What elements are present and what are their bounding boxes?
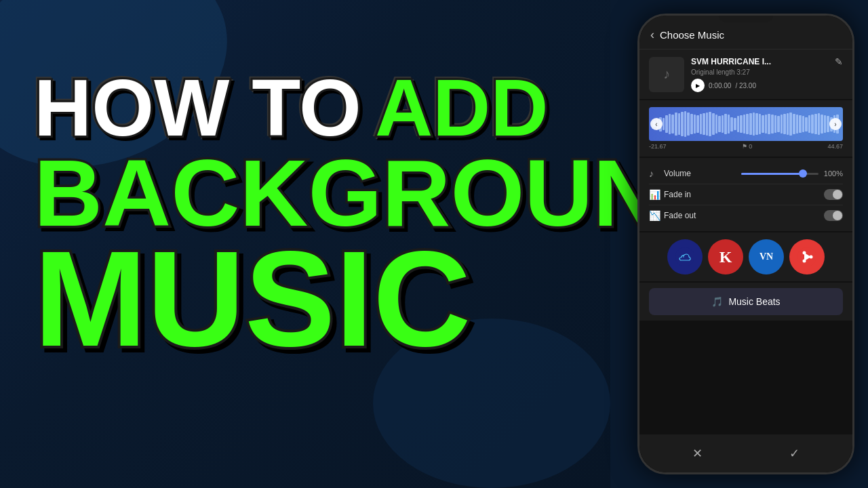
back-arrow-icon[interactable]: ‹ — [650, 28, 654, 42]
volume-value: 100% — [818, 169, 843, 178]
volume-slider-thumb[interactable] — [799, 169, 807, 178]
fade-out-toggle-knob — [833, 211, 842, 220]
title-area: HOW TO ADD BACKGROUND MUSIC — [34, 68, 590, 360]
fade-in-row: 📊 Fade in — [649, 184, 843, 205]
music-beats-icon: 🎵 — [711, 296, 723, 307]
volume-row: ♪ Volume 100% — [649, 163, 843, 184]
svg-point-2 — [803, 251, 806, 255]
track-info: SVM HURRICANE I... ✎ Original length 3:2… — [691, 56, 843, 92]
confirm-button[interactable]: ✓ — [783, 441, 807, 466]
waveform-timestamps: -21.67 ⚑ 0 44.67 — [649, 143, 843, 150]
svg-point-4 — [810, 256, 813, 259]
waveform-time-start: -21.67 — [649, 143, 667, 150]
phone-mockup: ‹ Choose Music ♪ SVM HURRICANE I... ✎ Or… — [637, 14, 854, 474]
title-add: ADD — [375, 68, 549, 148]
fade-in-toggle[interactable] — [824, 189, 843, 200]
phone-screen: ‹ Choose Music ♪ SVM HURRICANE I... ✎ Or… — [639, 16, 852, 472]
controls-section: ♪ Volume 100% 📊 Fade in — [639, 158, 852, 231]
volume-slider-track[interactable] — [741, 173, 818, 175]
title-how-to: HOW TO — [34, 68, 361, 148]
svg-point-0 — [675, 247, 694, 266]
play-button[interactable]: ▶ — [691, 79, 705, 92]
waveform-container[interactable]: ‹ › — [649, 107, 843, 141]
volume-label: Volume — [664, 169, 741, 178]
phone-notch — [719, 16, 773, 22]
waveform-section: ‹ › -21.67 ⚑ 0 44.67 — [639, 100, 852, 157]
app-icon-soundcloud[interactable] — [667, 239, 703, 274]
fade-out-label: Fade out — [664, 211, 824, 220]
edit-icon[interactable]: ✎ — [835, 56, 843, 67]
fade-out-toggle[interactable] — [824, 210, 843, 221]
volume-slider-container — [741, 173, 818, 175]
phone-frame: ‹ Choose Music ♪ SVM HURRICANE I... ✎ Or… — [637, 14, 854, 474]
track-original-length: Original length 3:27 — [691, 68, 843, 76]
waveform-nav-left[interactable]: ‹ — [650, 118, 663, 130]
track-time-current: 0:00.00 — [709, 82, 731, 89]
track-time-total: / 23.00 — [735, 82, 756, 89]
music-beats-button[interactable]: 🎵 Music Beats — [649, 288, 843, 315]
title-music: MUSIC — [34, 238, 590, 360]
music-beats-label: Music Beats — [728, 296, 780, 307]
volume-slider-fill — [741, 173, 803, 175]
waveform-bars — [649, 107, 843, 141]
waveform-nav-right[interactable]: › — [829, 118, 842, 130]
app-icon-vn[interactable]: VN — [749, 239, 784, 274]
cancel-button[interactable]: ✕ — [686, 441, 710, 466]
bottom-actions: ✕ ✓ — [639, 434, 852, 472]
svg-point-3 — [803, 260, 806, 263]
track-thumbnail: ♪ — [649, 57, 684, 92]
fade-in-icon: 📊 — [649, 189, 664, 200]
app-icon-kinemaster[interactable]: K — [708, 239, 743, 274]
fade-in-toggle-knob — [833, 190, 842, 199]
waveform-time-end: 44.67 — [827, 143, 843, 150]
track-name: SVM HURRICANE I... — [691, 57, 771, 66]
fade-out-row: 📉 Fade out — [649, 205, 843, 226]
fade-in-label: Fade in — [664, 190, 824, 199]
waveform-time-mid: ⚑ 0 — [742, 143, 753, 150]
apps-section: K VN — [639, 232, 852, 281]
fade-out-icon: 📉 — [649, 210, 664, 221]
music-beats-section: 🎵 Music Beats — [639, 283, 852, 321]
track-controls: ▶ 0:00.00 / 23.00 — [691, 79, 843, 92]
volume-icon: ♪ — [649, 168, 664, 179]
track-section: ♪ SVM HURRICANE I... ✎ Original length 3… — [639, 49, 852, 99]
app-icon-splice[interactable] — [789, 239, 825, 274]
header-title: Choose Music — [660, 29, 724, 41]
